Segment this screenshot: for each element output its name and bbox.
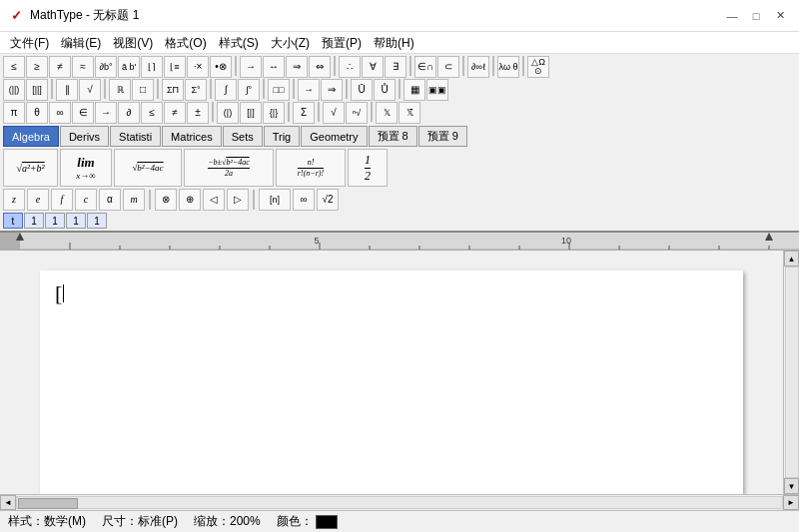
sym-infty-partial[interactable]: ∂∞ℓ <box>467 56 489 78</box>
scroll-left-button[interactable]: ◄ <box>0 495 16 510</box>
tmpl-half[interactable]: 1 2 <box>348 149 388 187</box>
sym-le3[interactable]: ≤ <box>141 102 163 124</box>
tmpl-discriminant[interactable]: √b²−4ac <box>114 149 182 187</box>
sym-geq[interactable]: ≥ <box>26 56 48 78</box>
sym-paren[interactable]: (||) <box>3 79 25 101</box>
fmt-tab-4[interactable]: 1 <box>87 213 107 229</box>
scroll-up-button[interactable]: ▲ <box>784 251 799 266</box>
sym-darr[interactable]: ⇒ <box>286 56 308 78</box>
sym-real[interactable]: ℝ <box>109 79 131 101</box>
scroll-track[interactable] <box>785 266 799 478</box>
tab-statisti[interactable]: Statisti <box>110 126 161 147</box>
h-scroll-track[interactable] <box>16 496 783 509</box>
menu-view[interactable]: 视图(V) <box>107 34 159 51</box>
sym-nthrt[interactable]: ⁿ√ <box>346 102 368 124</box>
tmpl-sym-m[interactable]: m <box>123 189 145 211</box>
sym-paren3[interactable]: (|) <box>217 102 239 124</box>
sym-dlarr[interactable]: ⇔ <box>309 56 331 78</box>
fmt-tab-2[interactable]: 1 <box>45 213 65 229</box>
tab-algebra[interactable]: Algebra <box>3 126 59 147</box>
tab-trig[interactable]: Trig <box>264 126 301 147</box>
maximize-button[interactable]: □ <box>745 6 767 26</box>
tmpl-pythagorean[interactable]: √a²+b² <box>3 149 58 187</box>
fmt-tab-1[interactable]: 1 <box>24 213 44 229</box>
sym-partial[interactable]: ∂b° <box>95 56 117 78</box>
sym-xx4[interactable]: 𝕏̄ <box>399 102 420 124</box>
sym-elem[interactable]: ∈∩ <box>414 56 436 78</box>
tmpl-permutation[interactable]: n! r!(n−r)! <box>276 149 346 187</box>
fmt-tab-t[interactable]: t <box>3 213 23 229</box>
tmpl-sym-e[interactable]: e <box>27 189 49 211</box>
close-button[interactable]: ✕ <box>769 6 791 26</box>
sym-box1[interactable]: ⌊⌉ <box>141 56 163 78</box>
tmpl-sym-oplus[interactable]: ⊕ <box>179 189 201 211</box>
sym-u-bar[interactable]: Ū <box>351 79 373 101</box>
sym-square[interactable]: □ <box>132 79 154 101</box>
sym-sqrt3[interactable]: √ <box>323 102 345 124</box>
scroll-down-button[interactable]: ▼ <box>784 478 799 494</box>
sym-bb[interactable]: ā b' <box>118 56 140 78</box>
sym-ne3[interactable]: ≠ <box>164 102 186 124</box>
tab-matrices[interactable]: Matrices <box>162 126 222 147</box>
tmpl-sym-c[interactable]: c <box>75 189 97 211</box>
sym-pi[interactable]: π <box>3 102 25 124</box>
menu-help[interactable]: 帮助(H) <box>368 34 420 51</box>
sym-forall[interactable]: ∀ <box>362 56 384 78</box>
sym-neq[interactable]: ≠ <box>49 56 71 78</box>
tmpl-sym-f[interactable]: f <box>51 189 73 211</box>
sym-theta[interactable]: θ <box>26 102 48 124</box>
menu-preset[interactable]: 预置(P) <box>316 34 368 51</box>
tmpl-sym-infty2[interactable]: ∞ <box>293 189 315 211</box>
sym-sigma-pi[interactable]: ΣΠ <box>162 79 184 101</box>
sym-delta-omega[interactable]: △Ω ⊙ <box>527 56 549 78</box>
sym-lambda-omega[interactable]: λω θ <box>497 56 519 78</box>
sym-u-dot[interactable]: Ů <box>374 79 396 101</box>
fmt-tab-3[interactable]: 1 <box>66 213 86 229</box>
sym-lrarr[interactable]: ↔ <box>263 56 285 78</box>
sym-vec-darr[interactable]: ⇒ <box>321 79 343 101</box>
tmpl-sym-box-n[interactable]: [n] <box>259 189 291 211</box>
minimize-button[interactable]: — <box>721 6 743 26</box>
menu-format[interactable]: 格式(O) <box>159 34 212 51</box>
tmpl-sym-rtri[interactable]: ▷ <box>227 189 249 211</box>
sym-norm[interactable]: ∥ <box>56 79 78 101</box>
tab-geometry[interactable]: Geometry <box>301 126 367 147</box>
menu-size[interactable]: 大小(Z) <box>265 34 316 51</box>
sym-matrix[interactable]: □□ <box>268 79 290 101</box>
sym-int[interactable]: ∫ <box>215 79 237 101</box>
sym-rarr[interactable]: → <box>240 56 262 78</box>
tmpl-sym-alpha[interactable]: α <box>99 189 121 211</box>
tab-preset9[interactable]: 预置 9 <box>418 126 467 147</box>
tmpl-quadratic[interactable]: −b±√b²−4ac 2a <box>184 149 274 187</box>
tmpl-sym-sqrt2[interactable]: √2 <box>317 189 339 211</box>
sym-int-circ[interactable]: ∫° <box>238 79 260 101</box>
sym-grid2[interactable]: ▣▣ <box>426 79 448 101</box>
sym-therefore[interactable]: ∴ <box>339 56 361 78</box>
sym-box2[interactable]: ⌊≡ <box>164 56 186 78</box>
sym-exists[interactable]: ∃ <box>385 56 406 78</box>
tmpl-sym-otimes2[interactable]: ⊗ <box>155 189 177 211</box>
scroll-right-button[interactable]: ► <box>783 495 799 510</box>
sym-in[interactable]: ∈ <box>72 102 94 124</box>
sym-sqrt[interactable]: √ <box>79 79 101 101</box>
sym-sum3[interactable]: Σ <box>293 102 315 124</box>
tab-derivs[interactable]: Derivs <box>60 126 109 147</box>
tmpl-sym-z[interactable]: z <box>3 189 25 211</box>
h-scroll-thumb[interactable] <box>18 498 78 509</box>
sym-nabla[interactable]: ∂ <box>118 102 140 124</box>
sym-grid[interactable]: ▦ <box>403 79 425 101</box>
sym-bracket[interactable]: [||] <box>26 79 48 101</box>
sym-brack3[interactable]: [|] <box>240 102 262 124</box>
menu-style[interactable]: 样式(S) <box>213 34 265 51</box>
tmpl-sym-tri[interactable]: ◁ <box>203 189 225 211</box>
sym-leq[interactable]: ≤ <box>3 56 25 78</box>
sym-xx3[interactable]: 𝕏 <box>376 102 398 124</box>
menu-edit[interactable]: 编辑(E) <box>55 34 107 51</box>
tab-preset8[interactable]: 预置 8 <box>369 126 417 147</box>
sym-approx[interactable]: ≈ <box>72 56 94 78</box>
sym-infty[interactable]: ∞ <box>49 102 71 124</box>
sym-times[interactable]: ·× <box>187 56 209 78</box>
sym-brace3[interactable]: {|} <box>263 102 285 124</box>
sym-pm[interactable]: ± <box>187 102 209 124</box>
sym-vec-arr[interactable]: → <box>298 79 320 101</box>
